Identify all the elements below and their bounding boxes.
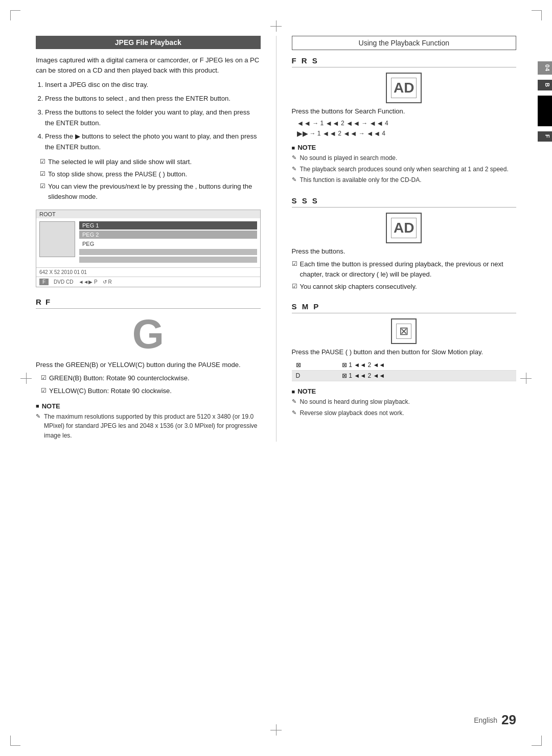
rotate-section: R F G Press the GREEN(B) or YELLOW(C) bu… [36, 297, 261, 441]
rotate-icon: G [36, 314, 261, 355]
toolbar-rotate: ↺ R [103, 279, 112, 285]
footer-pagenum: 29 [501, 712, 516, 728]
skip-press-text: Press the buttons. [292, 247, 517, 255]
rw3-icon: ◄◄ [346, 119, 360, 127]
left-section-header: JPEG File Playback [36, 36, 261, 49]
file-browser: ROOT PEG 1 PEG 2 PEG 642 X 52 2010 01 01… [36, 210, 261, 287]
step-2: Press the buttons to select , and then p… [45, 94, 261, 104]
file-toolbar: F DVD CD ◄◄▶ P ↺ R [36, 277, 260, 287]
rotate-bullet-2: YELLOW(C) Button: Rotate 90 clockwise. [41, 386, 261, 396]
toolbar-f[interactable]: F [39, 279, 49, 285]
bullet-3: You can view the previous/next le by pre… [40, 181, 261, 202]
seq-2: 2 [341, 120, 344, 127]
slow-icon-x: ⊠ [399, 325, 408, 338]
step-1: Insert a JPEG disc on the disc tray. [45, 80, 261, 90]
rotate-note-header: NOTE [36, 402, 261, 410]
seq-text: → 1 [312, 120, 324, 127]
skip-section: S S S AD Press the buttons. Each time th… [292, 196, 517, 292]
step-3: Press the buttons to select the folder y… [45, 107, 261, 129]
search-note-1: No sound is played in search mode. [292, 153, 517, 163]
file-item-4 [79, 249, 257, 255]
rotate-title: R F [36, 297, 261, 309]
left-column: JPEG File Playback Images captured with … [36, 36, 261, 442]
toolbar-skip: ◄◄▶ P [78, 279, 97, 285]
skip-ad-icon: AD [394, 220, 414, 236]
ad-icon: AD [394, 80, 414, 96]
steps-list: Insert a JPEG disc on the disc tray. Pre… [45, 80, 261, 153]
rw4-icon: ◄◄ [369, 119, 383, 127]
file-thumbnail [39, 221, 75, 257]
file-browser-body: PEG 1 PEG 2 PEG [36, 218, 260, 267]
skip-bullet-2: You cannot skip chapters consecutively. [292, 282, 517, 292]
step-4: Press the ▶ buttons to select the photo … [45, 131, 261, 153]
file-item-1[interactable]: PEG 1 [79, 221, 257, 230]
bullets-container: The selected le will play and slide show… [40, 157, 261, 202]
bullet-2: To stop slide show, press the PAUSE ( ) … [40, 169, 261, 179]
main-content: JPEG File Playback Images captured with … [36, 36, 516, 442]
speed-values-2: ⊠ 1 ◄◄ 2 ◄◄ [338, 371, 516, 381]
file-list: PEG 1 PEG 2 PEG [79, 221, 257, 264]
bseq-text: → 1 [310, 130, 321, 137]
file-meta: 642 X 52 2010 01 01 [36, 267, 260, 277]
bullet-1: The selected le will play and slide show… [40, 157, 261, 167]
speed-row-2: D ⊠ 1 ◄◄ 2 ◄◄ [292, 371, 517, 381]
intro-text: Images captured with a digital camera or… [36, 55, 261, 76]
slow-title: S M P [292, 302, 517, 313]
slow-note-header: NOTE [292, 387, 517, 395]
rotate-bullet-1: GREEN(B) Button: Rotate 90 counterclockw… [41, 373, 261, 383]
rotate-text1: Press the GREEN(B) or YELLOW(C) button d… [36, 360, 261, 371]
search-note-header: NOTE [292, 144, 517, 151]
search-section: F R S AD Press the buttons for Search Fu… [292, 56, 517, 185]
ff-icon: ▶▶ [297, 129, 308, 138]
page-footer: English 29 [36, 712, 516, 728]
slow-press-text: Press the PAUSE ( ) button and then butt… [292, 348, 517, 356]
speed-icon-2: D [292, 371, 338, 381]
slow-note-2: Reverse slow playback does not work. [292, 408, 517, 418]
page-container: JPEG File Playback Images captured with … [0, 0, 552, 756]
slow-note-block: NOTE No sound is heard during slow playb… [292, 387, 517, 418]
seq-arrow: → [361, 120, 367, 127]
slow-note-1: No sound is heard during slow playback. [292, 397, 517, 407]
seq-4: 4 [385, 120, 388, 127]
search-press-text: Press the buttons for Search Function. [292, 107, 517, 115]
rotate-list: GREEN(B) Button: Rotate 90 counterclockw… [41, 373, 261, 396]
rewind-icon: ◄◄ [297, 119, 311, 127]
speed-values-1: ⊠ 1 ◄◄ 2 ◄◄ [338, 360, 516, 371]
ad-box-skip: AD [386, 213, 422, 243]
slow-section: S M P ⊠ Press the PAUSE ( ) button and t… [292, 302, 517, 418]
slow-motion-icon: ⊠ [391, 318, 417, 344]
ff4-icon: ◄◄ [366, 129, 381, 138]
speed-icon-1: ⊠ [292, 360, 338, 371]
skip-bullet-1: Each time the button is pressed during p… [292, 259, 517, 280]
toolbar-dvd: DVD CD [54, 279, 73, 285]
search-note-2: The playback search produces sound only … [292, 165, 517, 174]
file-item-5 [79, 257, 257, 263]
ff3-icon: ◄◄ [343, 129, 357, 138]
search-note-3: This function is available only for the … [292, 175, 517, 185]
ad-box-search: AD [386, 73, 422, 103]
search-note-block: NOTE No sound is played in search mode. … [292, 144, 517, 185]
file-browser-root: ROOT [36, 210, 260, 218]
speed-table: ⊠ ⊠ 1 ◄◄ 2 ◄◄ D ⊠ 1 ◄◄ 2 ◄◄ [292, 360, 517, 381]
rotate-note-block: NOTE The maximum resolutions supported b… [36, 402, 261, 441]
bseq-2: 2 [338, 130, 341, 137]
ff2-icon: ◄◄ [323, 129, 337, 138]
rotate-note-1: The maximum resolutions supported by thi… [36, 412, 261, 441]
search-forward-seq: ◄◄ → 1 ◄◄ 2 ◄◄ → ◄◄ 4 [297, 119, 517, 127]
footer-language: English [474, 716, 497, 724]
right-column: Using the Playback Function F R S AD Pre… [292, 36, 517, 442]
search-backward-seq: ▶▶ → 1 ◄◄ 2 ◄◄ → ◄◄ 4 [297, 129, 517, 138]
bseq-4: 4 [382, 130, 385, 137]
bseq-arrow: → [359, 130, 365, 137]
search-title: F R S [292, 56, 517, 67]
rw2-icon: ◄◄ [325, 119, 339, 127]
file-item-3[interactable]: PEG [79, 240, 257, 248]
right-section-header: Using the Playback Function [292, 36, 517, 50]
column-divider [276, 36, 277, 442]
file-item-2[interactable]: PEG 2 [79, 231, 257, 239]
skip-title: S S S [292, 196, 517, 208]
speed-row-1: ⊠ ⊠ 1 ◄◄ 2 ◄◄ [292, 360, 517, 371]
